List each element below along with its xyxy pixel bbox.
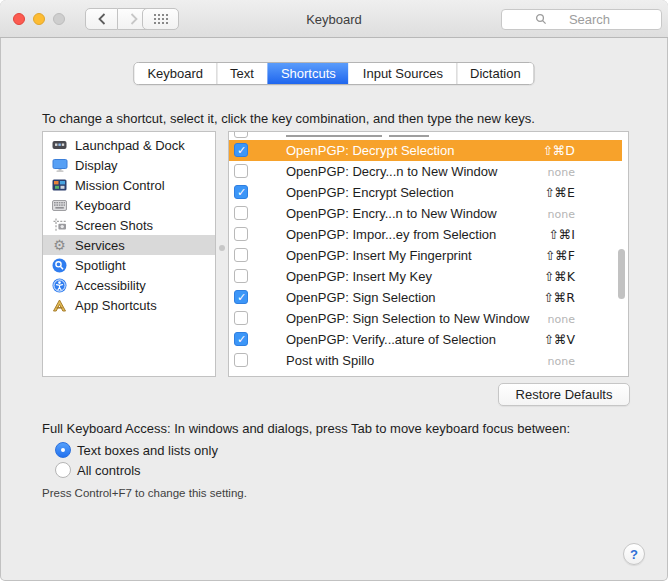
full-keyboard-access-heading: Full Keyboard Access: In windows and dia… — [42, 421, 570, 436]
checkbox[interactable] — [234, 311, 248, 325]
tab-keyboard[interactable]: Keyboard — [134, 63, 216, 84]
service-label: Post with Spillo — [286, 353, 374, 368]
services-shortcut-list: OpenPGP: Decrypt Selection ⇧⌘D OpenPGP: … — [228, 131, 629, 377]
checkbox[interactable] — [234, 290, 248, 304]
shortcut-row[interactable]: OpenPGP: Decrypt Selection ⇧⌘D — [229, 140, 622, 161]
accessibility-icon — [51, 277, 68, 293]
checkbox[interactable] — [234, 353, 248, 367]
sidebar-item-label: Services — [75, 238, 125, 253]
checkbox[interactable] — [234, 269, 248, 283]
sidebar-item-display[interactable]: Display — [43, 155, 215, 175]
keyboard-icon — [51, 197, 68, 213]
shortcut-rows: OpenPGP: Decrypt Selection ⇧⌘D OpenPGP: … — [229, 140, 622, 371]
shortcut-value[interactable]: ⇧⌘R — [543, 290, 575, 305]
shortcut-row[interactable]: OpenPGP: Insert My Fingerprint ⇧⌘F — [229, 245, 622, 266]
service-label: OpenPGP: Sign Selection — [286, 290, 436, 305]
radio-option-all-controls[interactable]: All controls — [55, 462, 141, 478]
shortcut-row[interactable]: OpenPGP: Impor...ey from Selection ⇧⌘I — [229, 224, 622, 245]
sidebar-item-label: Accessibility — [75, 278, 146, 293]
sidebar-item-accessibility[interactable]: Accessibility — [43, 275, 215, 295]
checkbox[interactable] — [234, 206, 248, 220]
checkbox[interactable] — [234, 332, 248, 346]
checkbox[interactable] — [234, 164, 248, 178]
shortcut-row[interactable]: OpenPGP: Decry...n to New Window none — [229, 161, 622, 182]
service-label: OpenPGP: Impor...ey from Selection — [286, 227, 496, 242]
shortcut-row[interactable]: OpenPGP: Sign Selection ⇧⌘R — [229, 287, 622, 308]
shortcut-value[interactable]: ⇧⌘F — [545, 248, 575, 263]
clipped-text — [389, 135, 429, 137]
radio-label: Text boxes and lists only — [77, 443, 218, 458]
service-label: OpenPGP: Decry...n to New Window — [286, 164, 497, 179]
shortcut-value[interactable]: none — [548, 313, 575, 326]
service-label: OpenPGP: Sign Selection to New Window — [286, 311, 530, 326]
shortcut-value[interactable]: none — [548, 355, 575, 368]
checkbox[interactable] — [234, 248, 248, 262]
shortcut-row[interactable]: OpenPGP: Encry...n to New Window none — [229, 203, 622, 224]
sidebar-item-launchpad-dock[interactable]: Launchpad & Dock — [43, 135, 215, 155]
radio-button[interactable] — [55, 462, 71, 478]
radio-label: All controls — [77, 463, 141, 478]
service-label: OpenPGP: Insert My Fingerprint — [286, 248, 472, 263]
service-label: OpenPGP: Verify...ature of Selection — [286, 332, 496, 347]
shortcut-value[interactable]: ⇧⌘V — [543, 332, 575, 347]
checkbox[interactable] — [234, 143, 248, 157]
sidebar-item-label: App Shortcuts — [75, 298, 157, 313]
help-button[interactable]: ? — [623, 543, 645, 565]
shortcut-categories-list: Launchpad & Dock Display Mission Control… — [42, 131, 216, 377]
checkbox[interactable] — [234, 185, 248, 199]
sidebar-item-mission-control[interactable]: Mission Control — [43, 175, 215, 195]
clipped-row[interactable] — [229, 132, 628, 139]
dock-icon — [51, 137, 68, 153]
tab-text[interactable]: Text — [216, 63, 267, 84]
tab-input-sources[interactable]: Input Sources — [349, 63, 456, 84]
radio-button[interactable] — [55, 442, 71, 458]
shortcut-value[interactable]: ⇧⌘E — [544, 185, 575, 200]
screen-shots-icon — [51, 217, 68, 233]
search-input[interactable] — [501, 9, 662, 30]
app-shortcuts-icon — [51, 297, 68, 313]
shortcut-row[interactable]: OpenPGP: Sign Selection to New Window no… — [229, 308, 622, 329]
sidebar-item-label: Display — [75, 158, 118, 173]
shortcut-value[interactable]: none — [548, 208, 575, 221]
shortcut-row[interactable]: Post with Spillo none — [229, 350, 622, 371]
keyboard-preferences-window: Keyboard Keyboard Text Shortcuts Input S… — [0, 0, 668, 581]
sidebar-item-app-shortcuts[interactable]: App Shortcuts — [43, 295, 215, 315]
instruction-text: To change a shortcut, select it, click t… — [42, 111, 535, 126]
tab-bar: Keyboard Text Shortcuts Input Sources Di… — [133, 62, 534, 85]
sidebar-item-label: Spotlight — [75, 258, 126, 273]
restore-defaults-button[interactable]: Restore Defaults — [498, 383, 630, 406]
shortcut-value[interactable]: ⇧⌘K — [544, 269, 575, 284]
sidebar-item-label: Screen Shots — [75, 218, 153, 233]
tab-dictation[interactable]: Dictation — [456, 63, 534, 84]
pane-splitter-handle[interactable] — [219, 245, 225, 251]
sidebar-item-keyboard[interactable]: Keyboard — [43, 195, 215, 215]
spotlight-icon — [51, 257, 68, 273]
shortcut-row[interactable]: OpenPGP: Verify...ature of Selection ⇧⌘V — [229, 329, 622, 350]
shortcut-row[interactable]: OpenPGP: Insert My Key ⇧⌘K — [229, 266, 622, 287]
service-label: OpenPGP: Encrypt Selection — [286, 185, 454, 200]
radio-option-text-boxes[interactable]: Text boxes and lists only — [55, 442, 218, 458]
shortcut-value[interactable]: none — [548, 166, 575, 179]
control-f7-note: Press Control+F7 to change this setting. — [42, 487, 247, 499]
display-icon — [51, 157, 68, 173]
sidebar-item-spotlight[interactable]: Spotlight — [43, 255, 215, 275]
sidebar-item-services[interactable]: ⚙ Services — [43, 235, 215, 255]
service-label: OpenPGP: Insert My Key — [286, 269, 432, 284]
shortcut-row[interactable]: OpenPGP: Encrypt Selection ⇧⌘E — [229, 182, 622, 203]
sidebar-item-label: Keyboard — [75, 198, 131, 213]
service-label: OpenPGP: Encry...n to New Window — [286, 206, 497, 221]
gear-icon: ⚙ — [51, 237, 68, 253]
sidebar-item-screen-shots[interactable]: Screen Shots — [43, 215, 215, 235]
tab-shortcuts[interactable]: Shortcuts — [267, 63, 349, 84]
checkbox[interactable] — [234, 227, 248, 241]
sidebar-item-label: Launchpad & Dock — [75, 138, 185, 153]
scrollbar-thumb[interactable] — [618, 249, 625, 299]
title-bar: Keyboard — [0, 0, 668, 38]
mission-control-icon — [51, 177, 68, 193]
search-field-wrap — [501, 9, 662, 30]
clipped-text — [286, 135, 382, 137]
checkbox[interactable] — [234, 131, 248, 138]
shortcut-value[interactable]: ⇧⌘D — [542, 143, 575, 158]
shortcut-value[interactable]: ⇧⌘I — [548, 227, 575, 242]
sidebar-item-label: Mission Control — [75, 178, 165, 193]
